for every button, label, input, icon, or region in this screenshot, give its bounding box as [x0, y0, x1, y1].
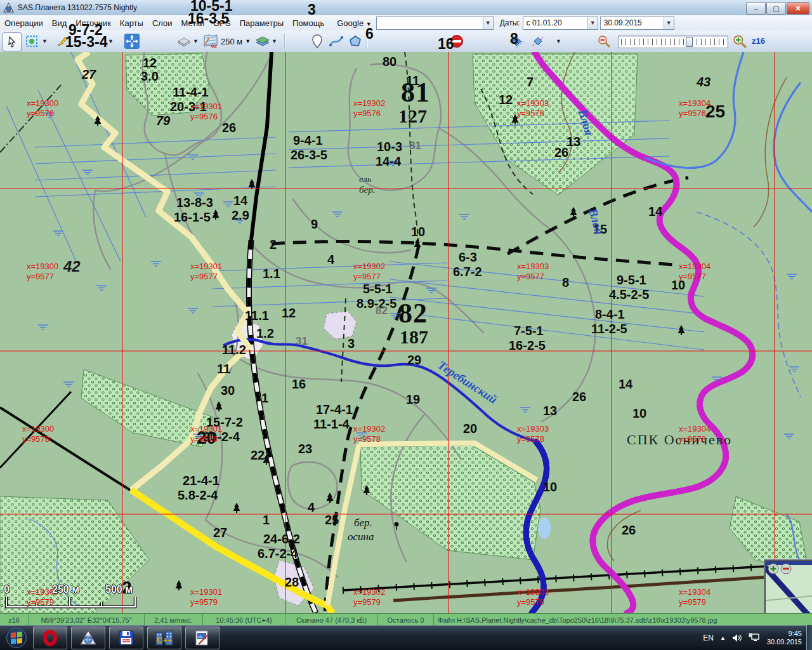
menu-item-2[interactable]: Вид: [48, 17, 72, 30]
zoom-slider-thumb[interactable]: [686, 37, 693, 47]
cursor-icon: [6, 36, 18, 48]
map-overdraw-label: 15-3-4: [65, 34, 107, 51]
toolbar-separator: [284, 34, 285, 49]
scale-bar-label: 500 м: [105, 584, 133, 595]
maximize-button[interactable]: ▢: [766, 2, 786, 15]
dates-label: Даты:: [500, 18, 520, 27]
chevron-down-icon[interactable]: ▼: [193, 38, 199, 44]
map-overdraw-label: 16: [438, 36, 454, 53]
move-arrows-icon: [124, 34, 140, 49]
close-button[interactable]: ✕: [787, 2, 809, 15]
layers-button[interactable]: [254, 32, 272, 50]
menu-item-1[interactable]: Операции: [0, 17, 48, 30]
status-downloaded: Скачано 47 (470,3 кБ): [285, 614, 378, 626]
toolbar: ▼ ▼ ▼: [0, 30, 812, 53]
title-bar[interactable]: SAS.Планета 131022.7575 Nightly – ▢ ✕: [0, 0, 812, 16]
full-extent-button[interactable]: [123, 32, 141, 50]
cache-mode-button[interactable]: [175, 32, 193, 50]
svg-text:C++: C++: [157, 635, 173, 645]
chevron-down-icon[interactable]: ▼: [42, 38, 48, 44]
zoom-in-button[interactable]: [731, 32, 749, 50]
status-coordinates: N59°39'23,02" E32°04'15,75": [29, 614, 145, 626]
show-desktop-button[interactable]: [806, 625, 812, 650]
network-icon[interactable]: [749, 633, 759, 642]
selection-rect-icon: [25, 35, 38, 48]
placemark-icon: [312, 34, 322, 48]
layers-icon: [255, 35, 270, 48]
gps-track-icon: [531, 34, 545, 48]
map-overdraw-label: 16-3.5: [188, 10, 229, 27]
map-viewport[interactable]: 8112782187123.0801112711-4-120-3-1277926…: [0, 52, 812, 613]
taskbar-app-image-editor[interactable]: [185, 627, 219, 649]
chevron-down-icon[interactable]: ▼: [556, 38, 561, 44]
menu-items: ОперацииВидИсточникКартыСлоиМеткиGPSПара…: [0, 17, 329, 30]
add-polygon-button[interactable]: [346, 32, 364, 50]
add-path-button[interactable]: [327, 32, 345, 50]
chevron-down-icon[interactable]: ▼: [483, 17, 493, 29]
terebinsky-stream: [223, 340, 536, 442]
river-pool: [538, 517, 551, 539]
magnifier-plus-icon: [732, 34, 747, 49]
magnifier-minus-icon: [597, 34, 611, 48]
svg-text:02: 02: [211, 43, 217, 49]
hidden-icons-chevron[interactable]: ▲: [720, 635, 726, 641]
taskbar-app-save-tool[interactable]: [109, 627, 143, 649]
floppy-icon: [118, 630, 134, 646]
status-bar: z16 N59°39'23,02" E32°04'15,75" 2,41 м/п…: [0, 613, 812, 626]
app-window: SAS.Планета 131022.7575 Nightly – ▢ ✕ Оп…: [0, 0, 812, 650]
system-tray: EN ▲ 9:45 30.09.2015: [703, 625, 806, 650]
gps-track-button[interactable]: [529, 32, 547, 50]
start-button[interactable]: [4, 627, 29, 649]
language-indicator[interactable]: EN: [703, 633, 714, 642]
menu-bar: ОперацииВидИсточникКартыСлоиМеткиGPSПара…: [0, 15, 812, 30]
map-overdraw-label: 6: [365, 25, 374, 43]
status-zoom: z16: [0, 614, 29, 626]
map-source-button[interactable]: 02: [202, 32, 219, 50]
status-resolution: 2,41 м/пикс.: [145, 614, 203, 626]
taskbar-app-sas-planet[interactable]: [71, 627, 105, 649]
search-input[interactable]: ▼: [376, 17, 494, 30]
zoom-level-label: z16: [752, 36, 765, 46]
topo-map-canvas[interactable]: [0, 52, 812, 613]
add-placemark-button[interactable]: [308, 32, 326, 50]
map-overdraw-label: 8: [510, 30, 518, 48]
zoom-slider[interactable]: [618, 36, 728, 48]
polyline-icon: [329, 36, 343, 47]
zoom-out-button[interactable]: [595, 32, 613, 50]
box-icon: [177, 36, 191, 47]
map-overdraw-label: 3: [308, 1, 316, 18]
chevron-down-icon[interactable]: ▼: [587, 17, 598, 29]
scale-select[interactable]: 250 м▼: [221, 34, 251, 48]
minimize-button[interactable]: –: [746, 2, 766, 15]
menu-item-8[interactable]: Параметры: [235, 17, 288, 30]
cpp-builder-icon: C++: [155, 630, 174, 646]
app-icon: [3, 3, 14, 13]
river-branches: [645, 52, 812, 212]
sas-planet-icon: [79, 629, 97, 647]
status-time: 10:45:36 (UTC+4): [203, 614, 285, 626]
taskbar-app-cpp-builder[interactable]: C++: [147, 627, 181, 649]
menu-item-5[interactable]: Слои: [148, 17, 177, 30]
zoom-slider-ticks: [621, 39, 725, 45]
mini-map[interactable]: [764, 560, 812, 613]
scale-bar-label: 0: [4, 584, 10, 595]
chevron-down-icon[interactable]: ▼: [664, 17, 674, 29]
opera-icon: [43, 630, 57, 646]
menu-item-4[interactable]: Карты: [115, 17, 148, 30]
marsh-symbols: [38, 113, 799, 439]
map-icon: 02: [203, 34, 218, 49]
status-remaining: Осталось 0: [378, 614, 434, 626]
pointer-tool-button[interactable]: [3, 32, 22, 51]
chevron-down-icon[interactable]: ▼: [272, 38, 277, 44]
zoom-selection-tool-button[interactable]: [23, 32, 41, 50]
young-forest-areas: [0, 53, 809, 613]
taskbar-clock[interactable]: 9:45 30.09.2015: [767, 630, 802, 646]
date-from-select[interactable]: с 01.01.20▼: [523, 17, 598, 30]
polygon-icon: [348, 35, 362, 48]
scale-bar-label: 250 м: [52, 584, 79, 595]
volume-icon[interactable]: [732, 633, 742, 642]
chevron-down-icon[interactable]: ▼: [108, 38, 114, 44]
date-to-select[interactable]: 30.09.2015▼: [600, 17, 674, 30]
taskbar-app-opera[interactable]: [33, 627, 67, 649]
window-title: SAS.Планета 131022.7575 Nightly: [18, 3, 137, 12]
